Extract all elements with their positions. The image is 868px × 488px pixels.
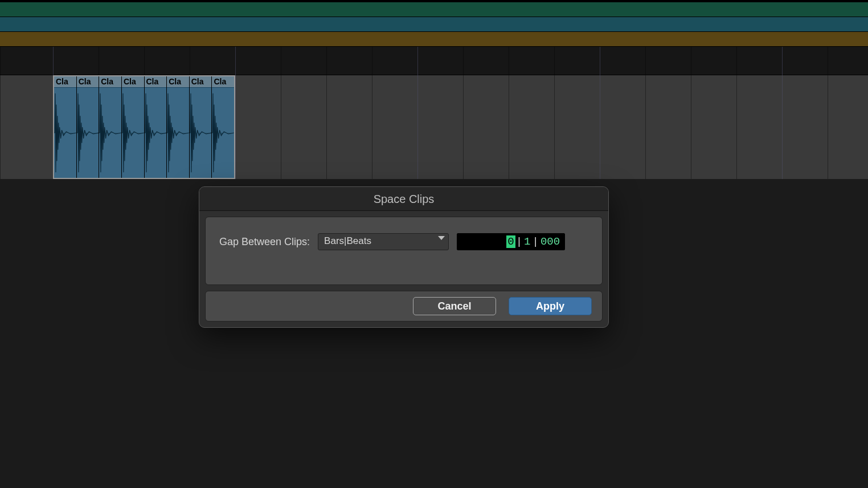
- track-header-strip-2: [0, 17, 868, 32]
- apply-button[interactable]: Apply: [509, 297, 592, 315]
- waveform-icon: [145, 88, 167, 178]
- dialog-body: Gap Between Clips: Bars|Beats 0 | 1 | 00…: [205, 217, 603, 285]
- clip-label: Cla: [77, 76, 99, 88]
- clip-label: Cla: [167, 76, 189, 88]
- chevron-down-icon: [438, 236, 445, 240]
- track-header-strip-3: [0, 32, 868, 47]
- time-separator: |: [515, 235, 523, 248]
- dialog-footer: Cancel Apply: [205, 291, 603, 322]
- waveform-icon: [99, 88, 121, 178]
- space-clips-dialog: Space Clips Gap Between Clips: Bars|Beat…: [199, 186, 609, 328]
- audio-clip[interactable]: Cla: [77, 76, 100, 178]
- time-bars-segment[interactable]: 0: [506, 235, 515, 248]
- waveform-icon: [167, 88, 189, 178]
- audio-clip[interactable]: Cla: [212, 76, 234, 178]
- audio-clip[interactable]: Cla: [99, 76, 122, 178]
- clip-label: Cla: [122, 76, 144, 88]
- track-header-strip-1: [0, 2, 868, 17]
- waveform-icon: [77, 88, 99, 178]
- time-separator: |: [531, 235, 539, 248]
- audio-clip[interactable]: Cla: [190, 76, 212, 178]
- time-ticks-segment[interactable]: 000: [539, 235, 561, 248]
- gap-label: Gap Between Clips:: [219, 236, 310, 248]
- audio-clip[interactable]: Cla: [54, 76, 77, 178]
- gap-value-field[interactable]: 0 | 1 | 000: [457, 233, 565, 250]
- clip-label: Cla: [145, 76, 167, 88]
- audio-clip[interactable]: Cla: [167, 76, 190, 178]
- dialog-title: Space Clips: [199, 187, 608, 211]
- audio-clip[interactable]: Cla: [122, 76, 145, 178]
- cancel-button[interactable]: Cancel: [413, 297, 496, 315]
- waveform-icon: [212, 88, 234, 178]
- timeline-ruler[interactable]: [0, 47, 868, 75]
- waveform-icon: [122, 88, 144, 178]
- clip-label: Cla: [54, 76, 76, 88]
- waveform-icon: [190, 88, 212, 178]
- time-beats-segment[interactable]: 1: [523, 235, 531, 248]
- gap-unit-dropdown[interactable]: Bars|Beats: [318, 233, 449, 250]
- clip-label: Cla: [212, 76, 234, 88]
- waveform-icon: [54, 88, 76, 178]
- audio-clip[interactable]: Cla: [145, 76, 167, 178]
- clip-selection-group[interactable]: ClaClaClaClaClaClaClaCla: [53, 75, 235, 179]
- clip-label: Cla: [99, 76, 121, 88]
- clip-label: Cla: [190, 76, 212, 88]
- dropdown-value: Bars|Beats: [324, 235, 371, 246]
